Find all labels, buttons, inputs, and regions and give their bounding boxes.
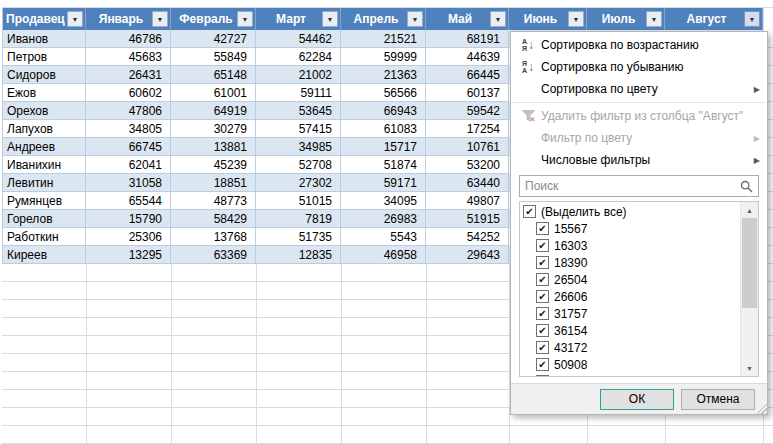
checkbox-checked-icon[interactable]: ✔ (536, 307, 549, 320)
value-cell[interactable]: 53200 (426, 156, 509, 174)
filter-dropdown-button[interactable]: ▼ (67, 11, 83, 27)
value-cell[interactable]: 54462 (256, 30, 341, 48)
filter-value-item[interactable]: ✔ (520, 373, 740, 376)
filter-value-item[interactable]: ✔50908 (520, 356, 740, 373)
value-cell[interactable]: 46958 (341, 246, 426, 264)
resize-grip[interactable] (754, 401, 767, 414)
checkbox-checked-icon[interactable]: ✔ (536, 324, 549, 337)
value-cell[interactable]: 62041 (86, 156, 171, 174)
value-cell[interactable]: 13295 (86, 246, 171, 264)
value-cell[interactable]: 55849 (171, 48, 256, 66)
value-cell[interactable]: 13768 (171, 228, 256, 246)
value-cell[interactable]: 15717 (341, 138, 426, 156)
filter-value-item[interactable]: ✔36154 (520, 322, 740, 339)
value-cell[interactable]: 34985 (256, 138, 341, 156)
value-cell[interactable]: 68191 (426, 30, 509, 48)
filter-dropdown-button[interactable]: ▼ (407, 11, 423, 27)
seller-cell[interactable]: Сидоров (3, 66, 86, 84)
value-cell[interactable]: 12835 (256, 246, 341, 264)
value-cell[interactable]: 59171 (341, 174, 426, 192)
value-cell[interactable]: 45683 (86, 48, 171, 66)
value-cell[interactable]: 58429 (171, 210, 256, 228)
value-cell[interactable]: 51735 (256, 228, 341, 246)
filter-dropdown-button[interactable]: ▼ (744, 11, 760, 27)
value-cell[interactable]: 51015 (256, 192, 341, 210)
value-cell[interactable]: 51915 (426, 210, 509, 228)
value-cell[interactable]: 26983 (341, 210, 426, 228)
value-cell[interactable]: 31058 (86, 174, 171, 192)
value-cell[interactable]: 27302 (256, 174, 341, 192)
value-cell[interactable]: 47806 (86, 102, 171, 120)
search-input[interactable] (519, 175, 759, 197)
checkbox-checked-icon[interactable]: ✔ (536, 239, 549, 252)
value-cell[interactable]: 15790 (86, 210, 171, 228)
value-cell[interactable]: 44639 (426, 48, 509, 66)
value-cell[interactable]: 21002 (256, 66, 341, 84)
value-cell[interactable]: 59999 (341, 48, 426, 66)
value-cell[interactable]: 64919 (171, 102, 256, 120)
value-cell[interactable]: 46786 (86, 30, 171, 48)
value-cell[interactable]: 52708 (256, 156, 341, 174)
value-cell[interactable]: 59111 (256, 84, 341, 102)
value-cell[interactable]: 29643 (426, 246, 509, 264)
filter-value-item[interactable]: ✔26504 (520, 271, 740, 288)
value-cell[interactable]: 57415 (256, 120, 341, 138)
checkbox-checked-icon[interactable]: ✔ (536, 358, 549, 371)
filter-value-item[interactable]: ✔43172 (520, 339, 740, 356)
filter-value-item[interactable]: ✔16303 (520, 237, 740, 254)
seller-cell[interactable]: Иванихин (3, 156, 86, 174)
value-cell[interactable]: 34095 (341, 192, 426, 210)
menu-item-sort-ascending[interactable]: АЯ↓ Сортировка по возрастанию (511, 34, 767, 56)
filter-dropdown-button[interactable]: ▼ (646, 11, 662, 27)
checkbox-checked-icon[interactable]: ✔ (536, 290, 549, 303)
value-cell[interactable]: 53645 (256, 102, 341, 120)
filter-value-item[interactable]: ✔18390 (520, 254, 740, 271)
value-cell[interactable]: 25306 (86, 228, 171, 246)
checkbox-checked-icon[interactable]: ✔ (536, 256, 549, 269)
value-cell[interactable]: 56566 (341, 84, 426, 102)
scrollbar-thumb[interactable] (742, 218, 757, 308)
value-cell[interactable]: 30279 (171, 120, 256, 138)
value-cell[interactable]: 34805 (86, 120, 171, 138)
seller-cell[interactable]: Лапухов (3, 120, 86, 138)
scroll-down-button[interactable]: ▼ (741, 360, 758, 376)
value-cell[interactable]: 21363 (341, 66, 426, 84)
cancel-button[interactable]: Отмена (681, 389, 755, 410)
checkbox-checked-icon[interactable]: ✔ (536, 222, 549, 235)
checkbox-checked-icon[interactable]: ✔ (536, 273, 549, 286)
seller-cell[interactable]: Ежов (3, 84, 86, 102)
filter-dropdown-button[interactable]: ▼ (237, 11, 253, 27)
value-cell[interactable]: 61083 (341, 120, 426, 138)
search-icon[interactable] (739, 179, 754, 194)
value-cell[interactable]: 26431 (86, 66, 171, 84)
menu-item-sort-by-color[interactable]: Сортировка по цвету ▶ (511, 78, 767, 100)
filter-value-item[interactable]: ✔31757 (520, 305, 740, 322)
value-cell[interactable]: 45239 (171, 156, 256, 174)
value-cell[interactable]: 18851 (171, 174, 256, 192)
value-cell[interactable]: 49807 (426, 192, 509, 210)
scrollbar[interactable]: ▲ ▼ (740, 202, 758, 376)
menu-item-number-filters[interactable]: Числовые фильтры ▶ (511, 149, 767, 171)
seller-cell[interactable]: Горелов (3, 210, 86, 228)
value-cell[interactable]: 7819 (256, 210, 341, 228)
scroll-up-button[interactable]: ▲ (741, 202, 758, 218)
seller-cell[interactable]: Киреев (3, 246, 86, 264)
seller-cell[interactable]: Левитин (3, 174, 86, 192)
value-cell[interactable]: 17254 (426, 120, 509, 138)
value-cell[interactable]: 59542 (426, 102, 509, 120)
seller-cell[interactable]: Петров (3, 48, 86, 66)
filter-dropdown-button[interactable]: ▼ (490, 11, 506, 27)
value-cell[interactable]: 65148 (171, 66, 256, 84)
value-cell[interactable]: 42727 (171, 30, 256, 48)
value-cell[interactable]: 13881 (171, 138, 256, 156)
value-cell[interactable]: 10761 (426, 138, 509, 156)
seller-cell[interactable]: Иванов (3, 30, 86, 48)
value-cell[interactable]: 66943 (341, 102, 426, 120)
value-cell[interactable]: 21521 (341, 30, 426, 48)
value-cell[interactable]: 63369 (171, 246, 256, 264)
value-cell[interactable]: 66445 (426, 66, 509, 84)
ok-button[interactable]: ОК (600, 389, 674, 410)
menu-item-sort-descending[interactable]: ЯА↓ Сортировка по убыванию (511, 56, 767, 78)
value-cell[interactable]: 65544 (86, 192, 171, 210)
checkbox-checked-icon[interactable]: ✔ (536, 341, 549, 354)
